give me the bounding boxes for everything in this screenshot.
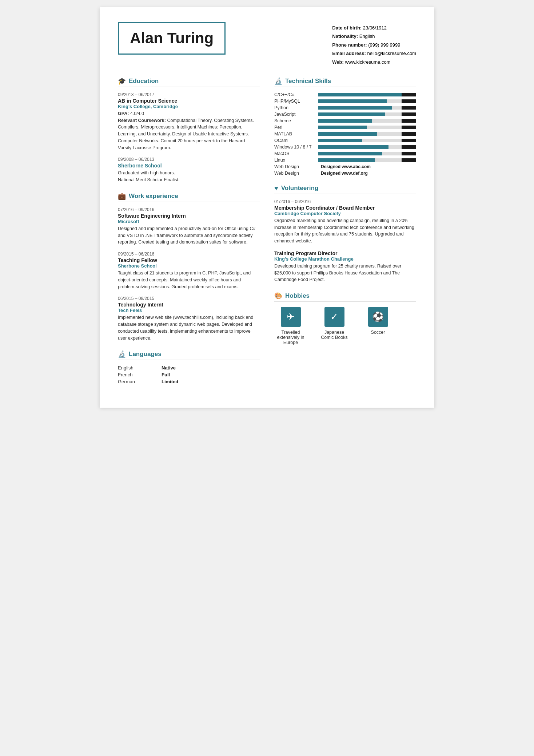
skill-bar-bg-9: [318, 152, 416, 155]
email-label: Email address:: [332, 51, 366, 56]
skill-bar-fill-5: [318, 126, 367, 129]
skill-bar-container-3: [318, 112, 416, 116]
dob-value: 23/06/1912: [363, 25, 387, 31]
languages-heading: 🔬 Languages: [118, 350, 260, 360]
work-text-3: Implemented new web site (www.techhills.…: [118, 314, 260, 341]
candidate-name: Alan Turing: [130, 29, 214, 47]
skill-bar-container-1: [318, 99, 416, 103]
skill-bar-container-0: [318, 93, 416, 96]
header: Alan Turing Date of birth: 23/06/1912 Na…: [118, 22, 416, 66]
lang-row-1: English Native: [118, 365, 260, 371]
work-text-2: Taught class of 21 students to program i…: [118, 270, 260, 290]
skill-bar-bg-7: [318, 139, 416, 142]
lang-level-2: Full: [162, 372, 170, 377]
skill-name-9: MacOS: [274, 151, 318, 156]
vol-subtitle-1: Cambridge Computer Society: [274, 211, 416, 216]
skill-name-1: PHP/MySQL: [274, 99, 318, 104]
work-icon: 💼: [118, 192, 126, 200]
skills-icon: 🔬: [274, 77, 282, 85]
hobby-label-1: Japanese Comic Books: [318, 330, 351, 340]
skill-name-11: Web Design: [274, 164, 318, 169]
work-date-3: 06/2015 – 08/2015: [118, 296, 260, 301]
hobby-item-2: ⚽Soccer: [362, 307, 394, 345]
volunteering-section: ♥ Volunteering 01/2016 – 06/2016 Members…: [274, 185, 416, 283]
skill-row-0: C/C++/C#: [274, 92, 416, 97]
education-title: Education: [129, 78, 159, 85]
skill-row-2: Python: [274, 105, 416, 110]
skills-heading: 🔬 Technical Skills: [274, 77, 416, 87]
education-item-2: 09/2008 – 06/2013 Sherborne School Gradu…: [118, 157, 260, 183]
skill-bar-dark-6: [402, 132, 417, 136]
skill-bar-dark-4: [402, 119, 417, 123]
hobbies-row: ✈Travelled extensively in Europe✓Japanes…: [274, 307, 416, 345]
skill-bar-container-7: [318, 139, 416, 142]
skill-name-4: Scheme: [274, 118, 318, 123]
hobby-icon-1: ✓: [324, 307, 344, 327]
skill-bar-bg-4: [318, 119, 416, 123]
volunteering-title: Volunteering: [281, 185, 319, 192]
skill-row-11: Web DesignDesigned www.abc.com: [274, 164, 416, 169]
skill-text-12: Designed www.def.org: [321, 171, 368, 176]
hobby-label-2: Soccer: [371, 330, 385, 335]
lang-name-1: English: [118, 365, 162, 371]
skill-bar-bg-10: [318, 158, 416, 162]
name-box: Alan Turing: [118, 22, 226, 55]
hobby-item-1: ✓Japanese Comic Books: [318, 307, 351, 345]
left-column: 🎓 Education 09/2013 – 06/2017 AB in Comp…: [118, 77, 260, 393]
work-date-1: 07/2016 – 09/2016: [118, 207, 260, 212]
vol-subtitle-2: King's College Marathon Challenge: [274, 256, 416, 262]
skill-bar-dark-9: [402, 152, 417, 155]
contact-info: Date of birth: 23/06/1912 Nationality: E…: [332, 24, 416, 66]
lang-row-3: German Limited: [118, 379, 260, 384]
vol-title-2: Training Program Director: [274, 250, 416, 256]
hobby-label-0: Travelled extensively in Europe: [274, 330, 307, 345]
skill-bar-container-6: [318, 132, 416, 136]
web-value: www.kickresume.com: [345, 59, 390, 65]
skill-bar-fill-10: [318, 158, 375, 162]
dob-line: Date of birth: 23/06/1912: [332, 24, 416, 32]
edu-coursework-1: Relevant Coursework: Computational Theor…: [118, 117, 260, 151]
skill-bar-dark-10: [402, 158, 417, 162]
email-value: hello@kickresume.com: [367, 51, 416, 56]
skill-name-3: JavaScript: [274, 112, 318, 117]
skills-table: C/C++/C#PHP/MySQLPythonJavaScriptSchemeP…: [274, 92, 416, 176]
work-text-1: Designed and implemented a productivity …: [118, 225, 260, 246]
skill-bar-container-11: Designed www.abc.com: [318, 164, 416, 169]
right-column: 🔬 Technical Skills C/C++/C#PHP/MySQLPyth…: [274, 77, 416, 393]
skills-title: Technical Skills: [285, 78, 331, 85]
skill-text-11: Designed www.abc.com: [321, 164, 371, 169]
phone-line: Phone number: (999) 999 9999: [332, 41, 416, 49]
skill-bar-dark-0: [402, 93, 417, 96]
skill-bar-dark-1: [402, 99, 417, 103]
skill-bar-container-2: [318, 106, 416, 110]
skill-bar-container-4: [318, 119, 416, 123]
skill-bar-fill-8: [318, 145, 388, 149]
edu-gpa-label: GPA:: [118, 111, 129, 116]
skill-bar-fill-0: [318, 93, 402, 96]
hobbies-title: Hobbies: [285, 292, 310, 300]
resume-container: Alan Turing Date of birth: 23/06/1912 Na…: [100, 7, 434, 408]
work-title-1: Software Engineering Intern: [118, 213, 260, 219]
work-item-1: 07/2016 – 09/2016 Software Engineering I…: [118, 207, 260, 246]
dob-label: Date of birth:: [332, 25, 362, 31]
skill-row-5: Perl: [274, 125, 416, 130]
skill-name-8: Windows 10 / 8 / 7: [274, 145, 318, 150]
education-icon: 🎓: [118, 77, 126, 85]
skill-name-5: Perl: [274, 125, 318, 130]
work-subtitle-2: Sherbone School: [118, 263, 260, 269]
vol-item-2: Training Program Director King's College…: [274, 250, 416, 283]
work-subtitle-1: Microsoft: [118, 219, 260, 224]
edu-subtitle-2: Sherborne School: [118, 163, 260, 169]
volunteering-icon: ♥: [274, 185, 278, 192]
skill-row-12: Web DesignDesigned www.def.org: [274, 171, 416, 176]
vol-text-2: Developed training program for 25 charit…: [274, 263, 416, 283]
skill-row-3: JavaScript: [274, 112, 416, 117]
work-heading: 💼 Work experience: [118, 192, 260, 202]
vol-title-1: Membership Coordinator / Board Member: [274, 205, 416, 211]
languages-icon: 🔬: [118, 350, 126, 358]
edu-date-2: 09/2008 – 06/2013: [118, 157, 260, 162]
work-title-2: Teaching Fellow: [118, 257, 260, 263]
edu-date-1: 09/2013 – 06/2017: [118, 92, 260, 97]
skill-bar-bg-0: [318, 93, 416, 96]
skill-name-6: MATLAB: [274, 131, 318, 136]
